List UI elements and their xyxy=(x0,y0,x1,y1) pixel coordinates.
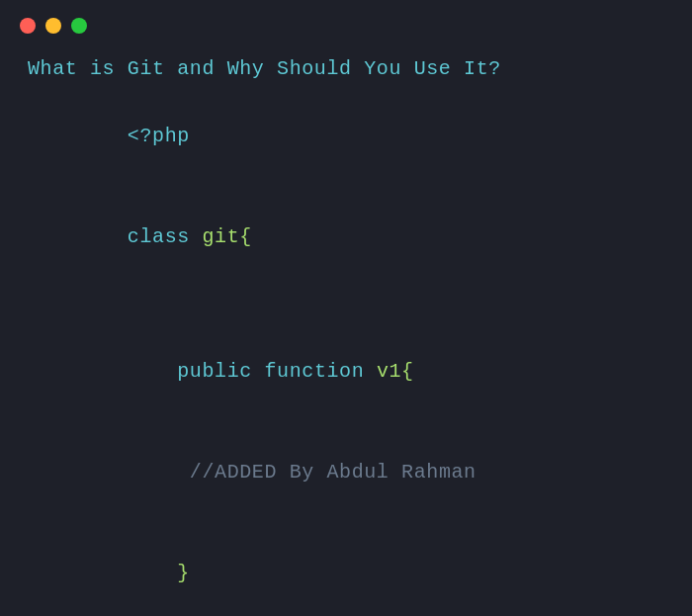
fn1-name: v1 xyxy=(377,360,401,383)
code-block: <?php class git{ public function v1{ //A… xyxy=(28,86,664,616)
code-line-empty1 xyxy=(28,288,664,321)
terminal-window: What is Git and Why Should You Use It? <… xyxy=(0,0,692,616)
code-area: What is Git and Why Should You Use It? <… xyxy=(0,47,692,616)
title-line: What is Git and Why Should You Use It? xyxy=(28,57,664,80)
fn1-function: function xyxy=(264,360,376,383)
code-line-fn1: public function v1{ xyxy=(28,321,664,422)
code-line-fn1-comment: //ADDED By Abdul Rahman xyxy=(28,422,664,523)
maximize-button[interactable] xyxy=(71,18,87,34)
fn1-close-brace: } xyxy=(177,562,190,584)
open-brace: { xyxy=(239,225,252,248)
fn1-close-indent xyxy=(128,562,177,584)
traffic-lights xyxy=(20,18,87,34)
code-line-php: <?php xyxy=(28,86,664,187)
code-line-fn1-close: } xyxy=(28,523,664,616)
fn1-comment: //ADDED By Abdul Rahman xyxy=(190,461,476,484)
php-open-tag: <?php xyxy=(128,125,190,147)
class-keyword: class xyxy=(128,225,203,248)
fn1-indent xyxy=(128,360,177,383)
fn1-public: public xyxy=(177,360,264,383)
fn1-open-brace: { xyxy=(401,360,414,383)
class-name: git xyxy=(202,225,239,248)
fn1-comment-indent xyxy=(128,461,190,484)
close-button[interactable] xyxy=(20,18,36,34)
code-line-class: class git{ xyxy=(28,187,664,288)
titlebar xyxy=(0,0,692,47)
minimize-button[interactable] xyxy=(45,18,61,34)
